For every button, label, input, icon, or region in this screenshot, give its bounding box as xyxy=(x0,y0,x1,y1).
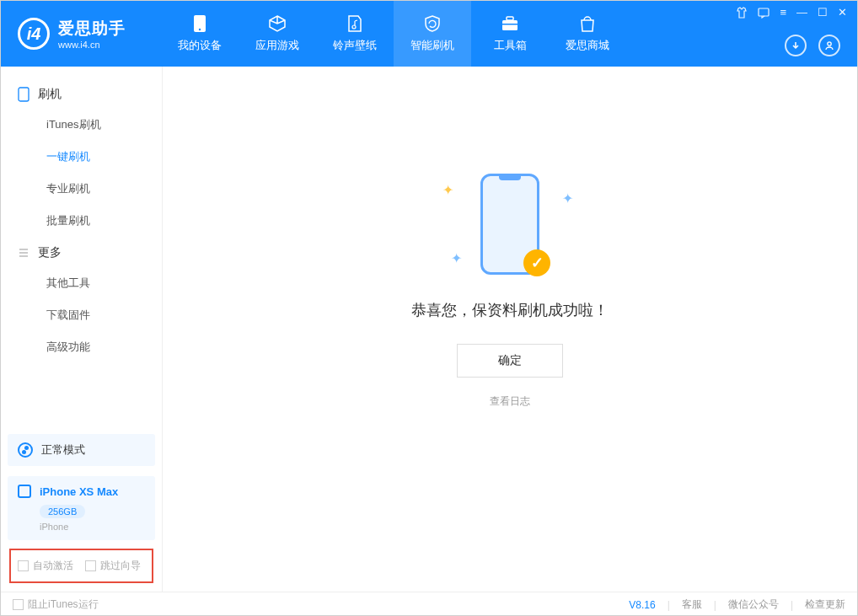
success-message: 恭喜您，保资料刷机成功啦！ xyxy=(411,300,609,320)
checkbox-icon xyxy=(13,599,24,610)
download-icon[interactable] xyxy=(785,35,807,56)
main-content: ✦ ✦ ✦ ✓ 恭喜您，保资料刷机成功啦！ 确定 查看日志 xyxy=(163,67,857,592)
device-storage-badge: 256GB xyxy=(40,505,85,518)
svg-point-6 xyxy=(828,42,831,46)
list-icon xyxy=(18,247,29,259)
skin-icon[interactable] xyxy=(736,7,748,19)
device-icon xyxy=(18,87,29,102)
phone-icon xyxy=(189,14,211,33)
app-name: 爱思助手 xyxy=(58,18,126,40)
tab-label: 工具箱 xyxy=(494,38,527,53)
logo-icon: i4 xyxy=(18,18,50,50)
sidebar-item-download-firmware[interactable]: 下载固件 xyxy=(1,299,162,331)
cube-icon xyxy=(266,14,288,33)
checkbox-icon xyxy=(85,560,96,571)
maximize-icon[interactable]: ☐ xyxy=(818,6,828,19)
mode-icon xyxy=(18,442,33,458)
menu-icon[interactable]: ≡ xyxy=(780,6,786,19)
bag-icon xyxy=(576,14,598,33)
sparkle-icon: ✦ xyxy=(442,182,453,198)
view-log-link[interactable]: 查看日志 xyxy=(490,394,530,409)
sidebar-item-batch-flash[interactable]: 批量刷机 xyxy=(1,205,162,237)
wechat-link[interactable]: 微信公众号 xyxy=(728,597,779,612)
logo-area[interactable]: i4 爱思助手 www.i4.cn xyxy=(1,18,161,50)
body: 刷机 iTunes刷机 一键刷机 专业刷机 批量刷机 更多 其他工具 下载固件 … xyxy=(1,67,857,592)
svg-rect-2 xyxy=(502,20,517,30)
svg-rect-7 xyxy=(19,88,29,101)
tab-label: 智能刷机 xyxy=(410,38,454,53)
svg-point-1 xyxy=(199,29,201,30)
checkmark-badge-icon: ✓ xyxy=(523,249,550,276)
svg-rect-3 xyxy=(507,17,513,20)
close-icon[interactable]: ✕ xyxy=(838,6,847,19)
tab-toolbox[interactable]: 工具箱 xyxy=(471,1,549,67)
sidebar-item-advanced[interactable]: 高级功能 xyxy=(1,331,162,363)
device-info-box[interactable]: iPhone XS Max 256GB iPhone xyxy=(8,476,155,540)
tab-apps[interactable]: 应用游戏 xyxy=(239,1,316,67)
tab-label: 铃声壁纸 xyxy=(333,38,377,53)
user-icon[interactable] xyxy=(818,35,840,56)
sidebar-item-pro-flash[interactable]: 专业刷机 xyxy=(1,173,162,205)
sidebar-item-itunes-flash[interactable]: iTunes刷机 xyxy=(1,109,162,141)
confirm-button[interactable]: 确定 xyxy=(457,344,563,378)
tab-label: 我的设备 xyxy=(178,38,222,53)
music-file-icon xyxy=(344,14,366,33)
sparkle-icon: ✦ xyxy=(451,250,462,266)
footer: 阻止iTunes运行 V8.16 | 客服 | 微信公众号 | 检查更新 xyxy=(1,592,857,616)
nav-tabs: 我的设备 应用游戏 铃声壁纸 智能刷机 工具箱 爱思商城 xyxy=(161,1,626,67)
header-actions xyxy=(785,35,847,56)
logo-text: 爱思助手 www.i4.cn xyxy=(58,18,126,50)
group-title: 更多 xyxy=(38,245,62,260)
device-panel: 正常模式 iPhone XS Max 256GB iPhone 自动激活 跳过向… xyxy=(1,434,162,592)
check-update-link[interactable]: 检查更新 xyxy=(805,597,845,612)
checkbox-skip-guide[interactable]: 跳过向导 xyxy=(85,559,141,573)
app-url: www.i4.cn xyxy=(58,40,126,50)
header: i4 爱思助手 www.i4.cn 我的设备 应用游戏 铃声壁纸 智能刷机 工具… xyxy=(1,1,857,67)
checkbox-auto-activate[interactable]: 自动激活 xyxy=(18,559,73,573)
sidebar-item-other-tools[interactable]: 其他工具 xyxy=(1,267,162,299)
device-name: iPhone XS Max xyxy=(40,485,118,498)
device-small-icon xyxy=(18,485,31,498)
checkbox-icon xyxy=(18,560,29,571)
tab-flash[interactable]: 智能刷机 xyxy=(394,1,471,67)
header-right: ≡ — ☐ ✕ xyxy=(736,1,847,67)
sidebar-group-flash[interactable]: 刷机 xyxy=(1,78,162,109)
highlighted-options: 自动激活 跳过向导 xyxy=(9,549,153,583)
sidebar: 刷机 iTunes刷机 一键刷机 专业刷机 批量刷机 更多 其他工具 下载固件 … xyxy=(1,67,163,592)
success-illustration: ✦ ✦ ✦ ✓ xyxy=(426,165,594,283)
device-mode-label: 正常模式 xyxy=(41,442,85,458)
tab-store[interactable]: 爱思商城 xyxy=(549,1,626,67)
checkbox-label: 阻止iTunes运行 xyxy=(28,597,99,612)
tab-ringtones[interactable]: 铃声壁纸 xyxy=(316,1,394,67)
sparkle-icon: ✦ xyxy=(562,190,573,206)
device-mode-box[interactable]: 正常模式 xyxy=(8,434,155,466)
group-title: 刷机 xyxy=(38,87,62,102)
support-link[interactable]: 客服 xyxy=(682,597,702,612)
checkbox-label: 跳过向导 xyxy=(100,559,141,573)
sidebar-nav: 刷机 iTunes刷机 一键刷机 专业刷机 批量刷机 更多 其他工具 下载固件 … xyxy=(1,67,162,434)
minimize-icon[interactable]: — xyxy=(796,6,807,19)
sidebar-item-oneclick-flash[interactable]: 一键刷机 xyxy=(1,141,162,173)
svg-rect-5 xyxy=(759,8,769,16)
version-label: V8.16 xyxy=(629,599,655,611)
window-controls: ≡ — ☐ ✕ xyxy=(736,6,847,19)
tab-my-device[interactable]: 我的设备 xyxy=(161,1,239,67)
refresh-shield-icon xyxy=(421,14,443,33)
tab-label: 应用游戏 xyxy=(255,38,299,53)
tab-label: 爱思商城 xyxy=(566,38,609,53)
sidebar-group-more[interactable]: 更多 xyxy=(1,237,162,267)
checkbox-label: 自动激活 xyxy=(33,559,73,573)
feedback-icon[interactable] xyxy=(758,7,770,19)
toolbox-icon xyxy=(499,14,521,33)
svg-rect-4 xyxy=(502,24,517,25)
checkbox-block-itunes[interactable]: 阻止iTunes运行 xyxy=(13,597,99,612)
device-type: iPhone xyxy=(40,522,145,532)
